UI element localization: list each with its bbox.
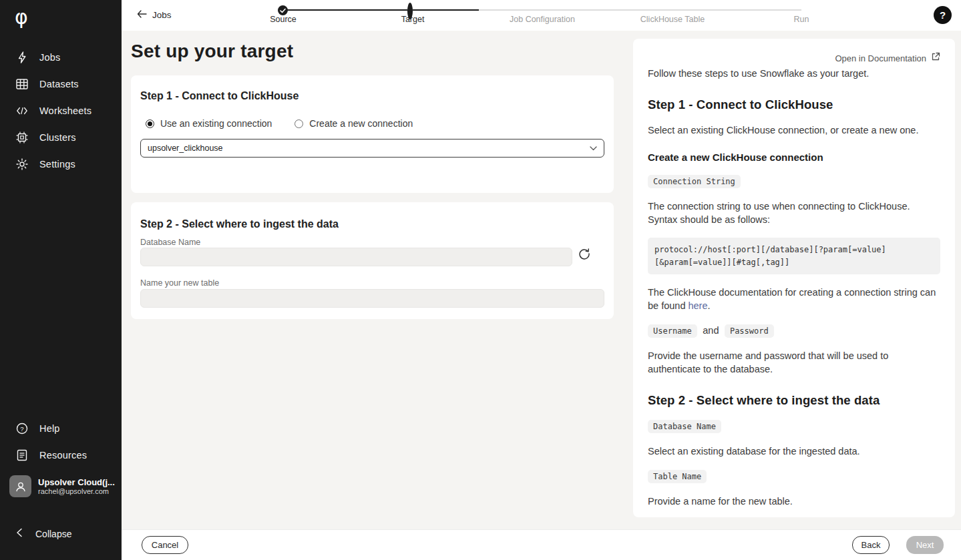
connection-syntax-code: protocol://host[:port][/database][?param… xyxy=(648,238,940,274)
chevron-left-icon xyxy=(16,528,23,540)
code-icon xyxy=(16,105,28,117)
database-badge-row: Database Name xyxy=(648,420,940,433)
refresh-databases-button[interactable] xyxy=(577,246,592,261)
open-in-documentation-link[interactable]: Open in Documentation xyxy=(835,52,940,64)
gear-icon xyxy=(16,158,28,170)
chip-icon xyxy=(16,131,28,144)
table-badge-row: Table Name xyxy=(648,470,940,483)
step-label-target: Target xyxy=(366,15,459,24)
radio-unselected-icon xyxy=(295,119,303,128)
sidebar: φ Jobs Datasets Worksheets Clusters xyxy=(0,0,122,560)
docs-connection-text: The connection string to use when connec… xyxy=(648,200,940,226)
sidebar-item-label: Settings xyxy=(39,159,75,170)
docs-auth-text: Provide the username and password that w… xyxy=(648,349,940,376)
docs-step1-text: Select an existing ClickHouse connection… xyxy=(648,123,940,137)
table-name-input[interactable] xyxy=(140,289,604,308)
document-icon xyxy=(16,449,28,461)
database-name-label: Database Name xyxy=(140,238,200,247)
code-line-1: protocol://host[:port][/database][?param… xyxy=(654,245,886,254)
lightning-icon xyxy=(16,51,28,63)
stepper-line-to-jobconfig xyxy=(479,9,542,11)
sidebar-item-label: Datasets xyxy=(39,79,79,89)
step1-heading: Step 1 - Connect to ClickHouse xyxy=(140,90,299,102)
sidebar-item-jobs[interactable]: Jobs xyxy=(0,44,122,71)
sidebar-item-label: Help xyxy=(39,423,60,434)
sidebar-item-clusters[interactable]: Clusters xyxy=(0,124,122,151)
sidebar-item-label: Worksheets xyxy=(39,105,91,116)
step-label-clickhouse-table: ClickHouse Table xyxy=(626,15,719,24)
collapse-button[interactable]: Collapse xyxy=(0,519,122,540)
docs-create-heading: Create a new ClickHouse connection xyxy=(648,152,940,163)
step2-card: Step 2 - Select where to ingest the data… xyxy=(131,202,614,319)
docs-intro: Follow these steps to use Snowflake as y… xyxy=(648,67,940,80)
documentation-panel: Open in Documentation Follow these steps… xyxy=(633,39,955,517)
table-name-badge: Table Name xyxy=(648,470,707,483)
docs-step2-heading: Step 2 - Select where to ingest the data xyxy=(648,393,940,408)
step-label-source: Source xyxy=(236,15,330,24)
radio-new-connection[interactable]: Create a new connection xyxy=(295,118,413,129)
step2-heading: Step 2 - Select where to ingest the data xyxy=(140,218,339,230)
profile-text: Upsolver Cloud(j... rachel@upsolver.com xyxy=(38,477,115,495)
table-name-label: Name your new table xyxy=(140,278,219,288)
sidebar-item-help[interactable]: ? Help xyxy=(0,415,122,442)
svg-text:?: ? xyxy=(20,425,23,433)
stepper-line-source-target xyxy=(287,9,412,11)
user-profile[interactable]: Upsolver Cloud(j... rachel@upsolver.com xyxy=(0,469,122,504)
docs-step1-heading: Step 1 - Connect to ClickHouse xyxy=(648,97,940,112)
radio-new-label: Create a new connection xyxy=(309,118,413,129)
sidebar-item-worksheets[interactable]: Worksheets xyxy=(0,97,122,124)
sidebar-item-label: Clusters xyxy=(39,132,76,143)
check-icon xyxy=(278,5,288,15)
step1-card: Step 1 - Connect to ClickHouse Use an ex… xyxy=(131,75,614,193)
code-line-2: [&param[=value]][#tag[,tag]] xyxy=(654,258,789,267)
docs-table-text: Provide a name for the new table. xyxy=(648,495,940,508)
help-button[interactable]: ? xyxy=(934,6,952,24)
stepper-line-to-clickhouse xyxy=(542,9,672,11)
radio-existing-connection[interactable]: Use an existing connection xyxy=(146,118,272,129)
chevron-down-icon xyxy=(590,146,597,151)
next-button[interactable]: Next xyxy=(906,536,944,554)
page-title: Set up your target xyxy=(131,41,293,62)
back-link-label: Jobs xyxy=(152,10,172,20)
table-icon xyxy=(16,78,28,90)
here-link[interactable]: here xyxy=(688,300,707,311)
connection-radio-group: Use an existing connection Create a new … xyxy=(146,118,413,129)
back-button[interactable]: Back xyxy=(852,536,890,554)
sidebar-item-datasets[interactable]: Datasets xyxy=(0,71,122,97)
stepper-line-target-progress xyxy=(412,9,479,11)
sidebar-item-settings[interactable]: Settings xyxy=(0,151,122,178)
docs-database-text: Select an existing database for the inge… xyxy=(648,445,940,458)
avatar xyxy=(9,475,31,497)
database-name-input[interactable] xyxy=(140,248,572,266)
username-badge: Username xyxy=(648,324,697,338)
credentials-badge-row: Username and Password xyxy=(648,324,940,338)
open-in-documentation-label: Open in Documentation xyxy=(835,53,926,63)
arrow-left-icon xyxy=(137,9,147,21)
step-node-source[interactable] xyxy=(278,5,288,15)
collapse-label: Collapse xyxy=(35,529,71,539)
upsolver-logo[interactable]: φ xyxy=(15,5,28,29)
radio-existing-label: Use an existing connection xyxy=(160,118,272,129)
sidebar-nav: Jobs Datasets Worksheets Clusters Settin… xyxy=(0,44,122,178)
help-circle-icon: ? xyxy=(16,423,28,435)
docs-link-text-post: . xyxy=(708,300,711,311)
profile-email: rachel@upsolver.com xyxy=(38,487,115,495)
database-name-badge: Database Name xyxy=(648,420,721,433)
step-label-run: Run xyxy=(755,15,848,24)
radio-selected-icon xyxy=(146,119,154,128)
connection-input[interactable] xyxy=(148,144,584,153)
external-link-icon xyxy=(931,52,940,64)
connection-string-badge-row: Connection String xyxy=(648,175,940,188)
and-text: and xyxy=(703,325,719,336)
docs-link-paragraph: The ClickHouse documentation for creatin… xyxy=(648,286,940,312)
profile-name: Upsolver Cloud(j... xyxy=(38,477,115,487)
stepper-line-to-run xyxy=(672,9,801,11)
back-to-jobs-link[interactable]: Jobs xyxy=(137,9,172,21)
cancel-button[interactable]: Cancel xyxy=(142,536,188,554)
footer-bar: Cancel Back Next xyxy=(122,529,961,560)
sidebar-bottom: ? Help Resources Upsolver Cloud(j... rac… xyxy=(0,415,122,540)
sidebar-item-resources[interactable]: Resources xyxy=(0,442,122,469)
step-label-job-configuration: Job Configuration xyxy=(496,15,589,24)
sidebar-item-label: Jobs xyxy=(39,52,60,63)
connection-select[interactable] xyxy=(140,139,604,158)
